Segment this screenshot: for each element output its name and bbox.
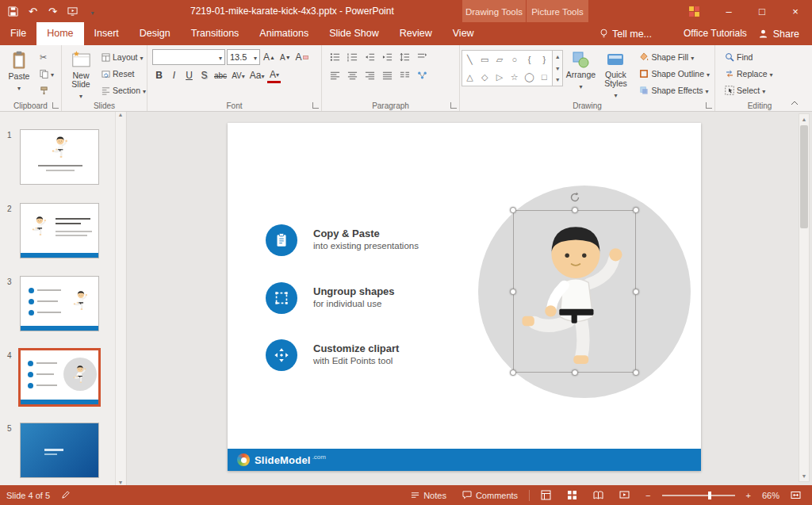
tab-transitions[interactable]: Transitions: [181, 22, 250, 45]
tab-home[interactable]: Home: [36, 22, 83, 45]
numbering-button[interactable]: [344, 49, 360, 65]
gallery-down-icon[interactable]: ▼: [553, 63, 563, 75]
thumbnail-scrollbar[interactable]: ▲ ▼: [115, 112, 125, 485]
shape-star-icon[interactable]: ☆: [511, 72, 519, 82]
font-name-input[interactable]: [155, 52, 217, 62]
feature-item[interactable]: Customize clipart with Edit Points tool: [266, 339, 399, 371]
tab-review[interactable]: Review: [389, 22, 442, 45]
replace-button[interactable]: Replace: [722, 66, 802, 82]
tab-design[interactable]: Design: [129, 22, 181, 45]
start-slideshow-button[interactable]: [63, 0, 82, 22]
copy-button[interactable]: [36, 66, 57, 82]
text-direction-button[interactable]: [414, 49, 430, 65]
font-size-input[interactable]: [230, 52, 252, 62]
tab-view[interactable]: View: [442, 22, 485, 45]
strikethrough-button[interactable]: abc: [213, 67, 228, 83]
font-color-button[interactable]: A: [267, 67, 281, 83]
bold-button[interactable]: B: [152, 67, 166, 83]
collapse-ribbon-button[interactable]: [789, 98, 800, 108]
comments-button[interactable]: Comments: [458, 485, 523, 505]
bullets-button[interactable]: [327, 49, 343, 65]
align-right-button[interactable]: [362, 67, 377, 83]
shape-line-icon[interactable]: ╲: [467, 55, 473, 65]
customize-qat-button[interactable]: [82, 0, 102, 22]
underline-button[interactable]: U: [182, 67, 196, 83]
resize-handle-sw[interactable]: [510, 369, 516, 376]
find-button[interactable]: Find: [722, 49, 802, 65]
rotate-handle[interactable]: [569, 192, 580, 206]
office-tutorials-button[interactable]: Office Tutorials: [684, 22, 747, 45]
shape-square-icon[interactable]: □: [542, 72, 547, 82]
character-spacing-button[interactable]: AV: [230, 67, 247, 83]
reset-button[interactable]: Reset: [98, 66, 149, 82]
slide-thumbnail-4[interactable]: [20, 350, 99, 405]
share-button[interactable]: Share: [750, 22, 807, 45]
paste-button[interactable]: Paste: [2, 48, 36, 100]
justify-button[interactable]: [379, 67, 395, 83]
slideshow-view-button[interactable]: [615, 485, 634, 505]
zoom-in-button[interactable]: +: [741, 485, 756, 505]
redo-button[interactable]: ↷: [43, 0, 63, 22]
resize-handle-nw[interactable]: [510, 207, 516, 213]
shapes-gallery[interactable]: ╲ ▭ ▱ ○ { } △ ◇ ▷ ☆ ◯ □: [462, 50, 553, 86]
shape-rectangle-icon[interactable]: ▭: [481, 55, 488, 65]
shrink-font-button[interactable]: A▼: [278, 49, 293, 65]
shape-arrow-icon[interactable]: ▷: [496, 72, 503, 82]
slide-thumbnail-2[interactable]: [20, 203, 99, 258]
font-name-combo[interactable]: [152, 49, 225, 65]
tab-file[interactable]: File: [0, 22, 36, 45]
format-painter-button[interactable]: [36, 82, 57, 98]
slide-sorter-view-button[interactable]: [562, 485, 582, 505]
shape-outline-button[interactable]: Shape Outline: [636, 66, 713, 82]
spell-check-button[interactable]: [56, 485, 75, 505]
shape-effects-button[interactable]: Shape Effects: [636, 82, 713, 98]
zoom-slider[interactable]: [662, 495, 735, 496]
shape-diamond-icon[interactable]: ◇: [481, 72, 488, 82]
slide-thumbnail-3[interactable]: [20, 276, 99, 331]
paragraph-dialog-launcher[interactable]: [450, 102, 457, 109]
decrease-indent-button[interactable]: [362, 49, 377, 65]
shape-circle-icon[interactable]: ◯: [524, 72, 534, 82]
feature-item[interactable]: Ungroup shapes for individual use: [266, 282, 395, 314]
tab-insert[interactable]: Insert: [84, 22, 129, 45]
scrollbar-thumb[interactable]: [800, 125, 808, 228]
resize-handle-se[interactable]: [633, 369, 639, 376]
resize-handle-w[interactable]: [510, 289, 516, 295]
font-size-combo[interactable]: [227, 49, 260, 65]
tab-slide-show[interactable]: Slide Show: [319, 22, 389, 45]
fit-to-window-button[interactable]: [786, 485, 806, 505]
resize-handle-n[interactable]: [572, 207, 578, 213]
layout-button[interactable]: Layout: [98, 49, 149, 65]
normal-view-button[interactable]: [536, 485, 556, 505]
shape-parallelogram-icon[interactable]: ▱: [496, 55, 503, 65]
slide-canvas[interactable]: Copy & Paste into existing presentations…: [228, 123, 701, 471]
shape-brace-left-icon[interactable]: {: [528, 55, 531, 64]
drawing-dialog-launcher[interactable]: [706, 102, 712, 109]
font-dialog-launcher[interactable]: [312, 102, 319, 109]
feature-item[interactable]: Copy & Paste into existing presentations: [266, 224, 419, 256]
selection-box[interactable]: [513, 210, 636, 373]
scroll-down-icon[interactable]: ▼: [118, 480, 124, 485]
align-left-button[interactable]: [327, 67, 343, 83]
gallery-more-icon[interactable]: ▼: [553, 74, 563, 86]
section-button[interactable]: Section: [98, 82, 149, 98]
close-button[interactable]: ×: [779, 0, 812, 22]
increase-indent-button[interactable]: [379, 49, 395, 65]
maximize-button[interactable]: □: [745, 0, 779, 22]
scroll-up-icon[interactable]: ▲: [802, 117, 807, 122]
text-shadow-button[interactable]: S: [197, 67, 211, 83]
align-center-button[interactable]: [344, 67, 360, 83]
select-button[interactable]: Select: [722, 82, 802, 98]
undo-button[interactable]: ↶: [23, 0, 43, 22]
scroll-up-icon[interactable]: ▲: [118, 112, 124, 117]
arrange-button[interactable]: Arrange: [563, 48, 598, 100]
clear-formatting-button[interactable]: A: [294, 49, 310, 65]
columns-button[interactable]: [396, 67, 412, 83]
tab-animations[interactable]: Animations: [249, 22, 319, 45]
change-case-button[interactable]: Aa: [248, 67, 266, 83]
italic-button[interactable]: I: [167, 67, 181, 83]
cut-button[interactable]: ✂: [36, 49, 57, 65]
slide-thumbnail-1[interactable]: [20, 129, 99, 185]
convert-smartart-button[interactable]: [414, 67, 430, 83]
tell-me-box[interactable]: Tell me...: [593, 22, 658, 45]
